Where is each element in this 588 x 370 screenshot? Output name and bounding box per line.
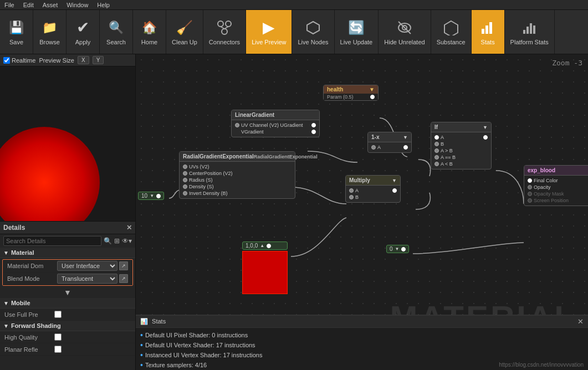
expblood-node[interactable]: exp_blood Final Color Opacity Opacity Ma…: [524, 165, 588, 206]
material-arrow-icon: ▼: [3, 250, 9, 256]
search-button[interactable]: 🔍 Search: [100, 10, 133, 54]
stats-header-left: 📊 Stats: [140, 318, 166, 325]
oneminus-pin-a: A: [370, 144, 409, 151]
use-full-pre-checkbox[interactable]: [54, 311, 62, 318]
material-domain-row: Material Dom User Interface Surface Defe…: [3, 260, 132, 273]
material-section-header[interactable]: ▼ Material: [0, 248, 135, 258]
details-close-icon[interactable]: ✕: [126, 224, 132, 232]
svg-rect-14: [526, 27, 529, 34]
high-quality-checkbox[interactable]: [54, 333, 62, 341]
stats-item-2: • Instanced UI Vertex Shader: 17 instruc…: [140, 350, 584, 360]
details-grid-icon[interactable]: ⊞: [114, 237, 120, 245]
realtime-checkbox[interactable]: [3, 57, 10, 64]
lineargradient-title: LinearGradient: [235, 112, 274, 118]
value-100-node[interactable]: 1,0,0 ▲: [242, 241, 288, 250]
lineargradient-header: LinearGradient: [232, 110, 319, 120]
livepreview-button[interactable]: ▶ Live Preview: [246, 10, 292, 54]
expblood-title: exp_blood: [528, 167, 555, 173]
high-quality-row: High Quality: [0, 331, 135, 343]
radialgradient-pin-density: Density (S): [182, 183, 293, 190]
material-domain-edit-icon[interactable]: ↗: [119, 261, 128, 270]
save-button[interactable]: 💾 Save: [0, 10, 33, 54]
value-0-dropdown-icon[interactable]: ▼: [395, 246, 400, 251]
stats-close-button[interactable]: ✕: [577, 317, 584, 326]
oneminus-pin-dot-a: [371, 145, 376, 150]
health-node[interactable]: health ▼ Param (0.5): [323, 85, 379, 101]
oneminus-header: 1-x ▼: [368, 132, 411, 142]
lineargradient-node[interactable]: LinearGradient UV Channel (V2) UGradient…: [231, 110, 320, 137]
cleanup-button[interactable]: 🧹 Clean Up: [166, 10, 203, 54]
home-button[interactable]: 🏠 Home: [133, 10, 166, 54]
if-title: If: [434, 124, 438, 130]
expblood-body: Final Color Opacity Opacity Mask Screen …: [524, 176, 588, 205]
radialgradient-pin-center: CenterPosition (V2): [182, 170, 293, 177]
stats-bullet-1: •: [140, 341, 143, 350]
apply-button[interactable]: ✔ Apply: [67, 10, 100, 54]
connectors-icon: [216, 19, 233, 37]
cleanup-icon: 🧹: [176, 19, 193, 37]
if-pin-b: B: [433, 141, 489, 147]
value-100-expand-icon[interactable]: ▲: [260, 243, 264, 248]
planar-refle-label: Planar Refle: [4, 346, 54, 353]
menu-asset[interactable]: Asset: [43, 2, 58, 8]
multiply-node[interactable]: Multiply ▼ A B: [345, 175, 401, 203]
realtime-checkbox-container: Realtime: [3, 57, 35, 64]
details-panel: Details ✕ 🔍 ⊞ 👁▾ ▼ Material Material Dom: [0, 222, 135, 370]
apply-icon: ✔: [74, 19, 92, 37]
substance-icon: [442, 19, 460, 37]
multiply-dropdown-icon[interactable]: ▼: [392, 178, 397, 183]
livenodes-button[interactable]: Live Nodes: [292, 10, 334, 54]
stats-header-icon: 📊: [140, 318, 148, 325]
substance-button[interactable]: Substance: [431, 10, 472, 54]
high-quality-value: [54, 333, 131, 341]
material-props-highlighted: Material Dom User Interface Surface Defe…: [2, 259, 133, 286]
multiply-pin-dot-b: [349, 195, 354, 199]
stats-button[interactable]: Stats: [472, 10, 505, 54]
expblood-pin-opacity: Opacity: [526, 184, 588, 191]
material-preview-sphere: [0, 127, 100, 222]
value-10-node[interactable]: 10 ▼: [138, 192, 164, 200]
platformstats-button[interactable]: Platform Stats: [505, 10, 555, 54]
menu-help[interactable]: Help: [97, 2, 110, 8]
preview-x-button[interactable]: X: [78, 56, 89, 64]
search-details-input[interactable]: [3, 236, 101, 246]
browse-button[interactable]: 📁 Browse: [33, 10, 67, 54]
oneminus-out-pin: [403, 145, 408, 150]
details-search-icon[interactable]: 🔍: [104, 237, 112, 245]
blend-mode-edit-icon[interactable]: ↗: [119, 274, 128, 283]
blend-mode-select[interactable]: Translucent Opaque Additive: [57, 274, 117, 284]
details-eye-icon[interactable]: 👁▾: [122, 237, 132, 245]
material-expand-icon[interactable]: ▼: [64, 288, 71, 297]
planar-refle-checkbox[interactable]: [54, 346, 62, 353]
hideunrelated-icon: [396, 19, 413, 37]
if-dropdown-icon[interactable]: ▼: [483, 125, 488, 130]
value-0-node[interactable]: 0 ▼: [386, 245, 409, 253]
preview-size-label: Preview Size: [39, 57, 74, 64]
value-10-dropdown-icon[interactable]: ▼: [150, 193, 154, 198]
save-icon: 💾: [8, 19, 25, 37]
menu-edit[interactable]: Edit: [23, 2, 34, 8]
svg-line-3: [221, 27, 224, 29]
value-100-label: 1,0,0: [246, 243, 258, 249]
radialgradient-node[interactable]: RadialGradientExponential RadialGradient…: [179, 151, 295, 199]
forward-shading-section-header[interactable]: ▼ Forward Shading: [0, 321, 135, 331]
node-canvas[interactable]: Zoom -3 health: [136, 54, 588, 370]
health-node-dropdown-icon[interactable]: ▼: [369, 86, 375, 92]
if-pin-dot-a: [434, 135, 439, 140]
blend-mode-label: Blend Mode: [7, 275, 57, 282]
if-pin-dot-aequalb: [434, 155, 439, 160]
preview-y-button[interactable]: Y: [93, 56, 104, 64]
menu-window[interactable]: Window: [67, 2, 88, 8]
menu-file[interactable]: File: [4, 2, 14, 8]
stats-header-title: Stats: [152, 318, 166, 325]
liveupdate-button[interactable]: 🔄 Live Update: [335, 10, 379, 54]
hideunrelated-button[interactable]: Hide Unrelated: [379, 10, 431, 54]
if-node[interactable]: If ▼ A B A > B A ==: [431, 122, 492, 169]
lineargradient-ugradient-out: [311, 123, 316, 127]
connectors-button[interactable]: Connectors: [203, 10, 246, 54]
oneminus-dropdown-icon[interactable]: ▼: [403, 135, 408, 140]
mobile-section-header[interactable]: ▼ Mobile: [0, 298, 135, 309]
oneminus-node[interactable]: 1-x ▼ A: [367, 132, 412, 153]
use-full-pre-value: [54, 311, 131, 318]
material-domain-select[interactable]: User Interface Surface Deferred Decal: [57, 261, 117, 271]
